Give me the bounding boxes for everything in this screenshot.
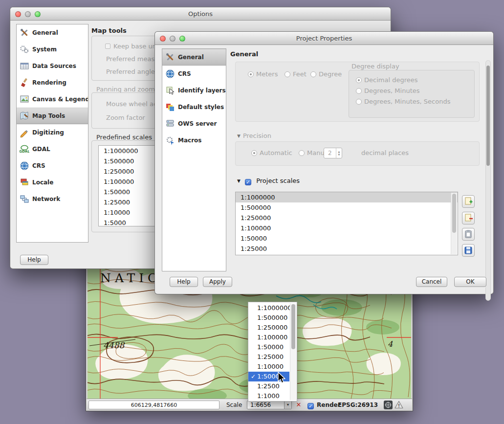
meters-radio: Meters: [248, 70, 278, 78]
pp-sidebar-item-crs[interactable]: CRS: [162, 66, 226, 82]
scale-list-item[interactable]: 1:500000: [236, 202, 458, 213]
window-controls: [15, 11, 41, 17]
epsg-label: EPSG:26913: [338, 402, 378, 408]
options-titlebar[interactable]: Options: [10, 7, 391, 21]
scale-option[interactable]: 1:10000: [248, 362, 289, 372]
spin-down-icon: ▼: [338, 153, 340, 156]
pencil-icon: [20, 128, 29, 137]
spinner-buttons[interactable]: ▲▼: [336, 148, 342, 158]
ok-button[interactable]: OK: [454, 277, 486, 287]
zoom-button[interactable]: [35, 11, 41, 17]
zoom-button[interactable]: [179, 36, 185, 42]
pp-sidebar-item-ows-server[interactable]: OWS server: [162, 115, 226, 132]
help-button[interactable]: Help: [20, 255, 48, 265]
predefined-scales-title: Predefined scales: [96, 134, 152, 141]
combo-dropdown-button[interactable]: ▾: [284, 401, 291, 409]
help-button[interactable]: Help: [170, 277, 198, 287]
render-label: Render: [317, 402, 341, 408]
scale-list-item[interactable]: 1:250000: [236, 213, 458, 223]
scale-list-item[interactable]: 1:50000: [236, 233, 458, 244]
collapse-arrow-icon: ▼: [237, 179, 241, 183]
scale-list-item[interactable]: 1:100000: [236, 223, 458, 233]
minimize-button[interactable]: [170, 36, 175, 42]
dialog-scrollbar-thumb[interactable]: [486, 66, 490, 166]
pp-sidebar-item-default-styles[interactable]: Default styles: [162, 99, 226, 115]
list-scrollbar-thumb[interactable]: [452, 194, 456, 233]
popup-scrollbar-thumb[interactable]: [291, 304, 295, 349]
decimal-degrees-radio: Decimal degrees: [356, 76, 417, 84]
sidebar-item-rendering[interactable]: Rendering: [17, 74, 88, 91]
save-scales-button[interactable]: [462, 244, 475, 257]
dialog-scrollbar[interactable]: [485, 60, 491, 301]
sidebar-item-data-sources[interactable]: Data Sources: [17, 58, 88, 74]
apply-button[interactable]: Apply: [203, 277, 232, 287]
precision-section-header[interactable]: ▼Precision: [237, 132, 271, 139]
decimal-places-label: decimal places: [361, 149, 409, 156]
sidebar-item-system[interactable]: System: [17, 41, 88, 58]
scale-option[interactable]: 1:25000: [248, 352, 289, 362]
pp-sidebar-item-general[interactable]: General: [162, 49, 226, 66]
flags-icon: [20, 178, 29, 187]
mouse-cursor: [277, 372, 287, 384]
sidebar-item-crs[interactable]: CRS: [17, 157, 88, 174]
remove-scale-button[interactable]: [462, 212, 475, 224]
scale-combobox-value: 1:6656: [250, 402, 271, 408]
floppy-save-icon: [463, 245, 473, 255]
project-properties-titlebar[interactable]: Project Properties: [155, 32, 493, 45]
sidebar-item-digitizing[interactable]: Digitizing: [17, 124, 88, 141]
decimal-places-spinbox: 2 ▲▼: [324, 148, 342, 158]
degrees-minutes-radio: Degrees, Minutes: [356, 87, 420, 94]
sidebar-item-map-tools[interactable]: Map Tools: [17, 108, 88, 124]
scale-list-item[interactable]: 1:1000000: [236, 192, 458, 202]
gdal-icon: [20, 144, 29, 154]
minimize-button[interactable]: [25, 11, 31, 17]
close-button[interactable]: [15, 11, 21, 17]
scale-option[interactable]: 1:50000: [248, 342, 289, 352]
degree-display-group: Decimal degrees Degrees, Minutes Degrees…: [349, 70, 475, 118]
scale-option[interactable]: 1:1000000: [248, 303, 289, 313]
sidebar-item-gdal[interactable]: GDAL: [17, 141, 88, 157]
desktop: NATIO 4488 4 Scale 1:6656 ▾ ✕ ✓ Render E…: [0, 0, 504, 424]
sidebar-item-locale[interactable]: Locale: [17, 174, 88, 191]
network-icon: [20, 194, 29, 204]
stop-render-icon[interactable]: ✕: [295, 401, 303, 409]
sidebar-item-canvas-legend[interactable]: Canvas & Legend: [17, 91, 88, 108]
scale-option[interactable]: 1:250000: [248, 323, 289, 333]
list-scrollbar[interactable]: [451, 193, 457, 254]
radio-icon: [285, 71, 290, 77]
pp-page-title: General: [230, 50, 258, 58]
messages-warning-icon[interactable]: !: [394, 401, 403, 410]
crs-status-icon[interactable]: [384, 401, 393, 411]
globe-icon: [165, 69, 175, 79]
cancel-button[interactable]: Cancel: [416, 277, 447, 287]
import-scales-button[interactable]: [462, 228, 475, 241]
remove-page-icon: [463, 213, 473, 223]
options-sidebar: General System Data Sources Rendering Ca…: [16, 24, 88, 243]
sidebar-item-network[interactable]: Network: [17, 191, 88, 207]
scale-combobox[interactable]: 1:6656 ▾: [247, 401, 292, 409]
close-button[interactable]: [160, 36, 166, 42]
coordinate-display[interactable]: [88, 401, 219, 409]
precision-panel: Automatic Manual 2 ▲▼ decimal places: [235, 141, 480, 166]
options-page-title: Map tools: [91, 27, 127, 34]
pp-sidebar-item-macros[interactable]: Macros: [162, 132, 226, 149]
popup-scrollbar[interactable]: [290, 303, 296, 400]
project-scales-checkbox[interactable]: ✓: [245, 179, 251, 185]
scale-option[interactable]: 1:1000: [248, 391, 289, 401]
scale-dropdown-popup: 1:1000000 1:500000 1:250000 1:100000 1:5…: [248, 302, 297, 402]
scale-option[interactable]: 1:500000: [248, 313, 289, 323]
radio-icon: [356, 77, 362, 83]
radio-icon: [251, 150, 257, 156]
scale-list-item[interactable]: 1:25000: [236, 244, 458, 254]
automatic-radio: Automatic: [251, 149, 292, 156]
add-scale-button[interactable]: [462, 195, 475, 208]
checkmark-icon: ✓: [251, 372, 256, 381]
styles-icon: [165, 102, 175, 112]
paintbrush-icon: [20, 78, 29, 88]
sidebar-item-general[interactable]: General: [17, 24, 88, 41]
project-scales-section-header[interactable]: ▼ ✓ Project scales: [237, 177, 300, 185]
render-checkbox[interactable]: ✓: [307, 402, 317, 409]
pp-sidebar-item-identify-layers[interactable]: Identify layers: [162, 82, 226, 99]
scale-option[interactable]: 1:100000: [248, 333, 289, 342]
tools-icon: [165, 52, 175, 62]
